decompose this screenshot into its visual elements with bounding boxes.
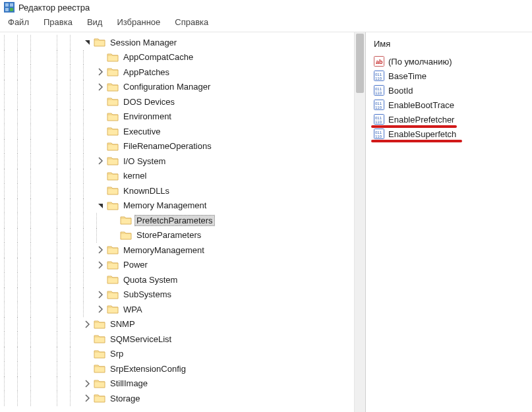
- tree-item[interactable]: Configuration Manager: [4, 80, 365, 95]
- chevron-right-icon[interactable]: [83, 394, 92, 403]
- reg-dword-icon: [374, 114, 384, 125]
- chevron-right-icon[interactable]: [83, 320, 92, 329]
- tree-item[interactable]: FileRenameOperations: [4, 139, 365, 154]
- tree-item[interactable]: Memory Management: [4, 198, 365, 214]
- folder-icon: [107, 200, 119, 211]
- tree-item[interactable]: DOS Devices: [4, 94, 365, 109]
- tree-item[interactable]: Quota System: [4, 272, 365, 287]
- tree-item[interactable]: SNMP: [4, 317, 365, 332]
- value-name: BaseTime: [388, 71, 427, 81]
- tree-item-label[interactable]: Executive: [121, 126, 162, 137]
- tree-item[interactable]: AppPatches: [4, 65, 365, 80]
- menu-help[interactable]: Справка: [172, 16, 211, 28]
- tree-item[interactable]: Srp: [4, 347, 365, 362]
- folder-icon: [107, 289, 119, 300]
- value-name: EnablePrefetcher: [388, 115, 454, 125]
- tree-item-label[interactable]: SNMP: [108, 318, 137, 330]
- tree-item[interactable]: SrpExtensionConfig: [4, 361, 365, 376]
- window-title: Редактор реестра: [18, 3, 90, 13]
- value-row[interactable]: EnableBootTrace: [370, 98, 532, 112]
- tree-item-label[interactable]: Power: [121, 259, 150, 270]
- tree-item-label[interactable]: I/O System: [121, 156, 167, 167]
- tree-item-label[interactable]: KnownDLLs: [121, 185, 171, 196]
- tree-item-label[interactable]: PrefetchParameters: [134, 215, 215, 226]
- scrollbar-thumb[interactable]: [356, 34, 364, 93]
- chevron-right-icon[interactable]: [83, 379, 92, 388]
- tree-item-label[interactable]: AppCompatCache: [121, 51, 195, 63]
- tree-item-label[interactable]: Session Manager: [108, 37, 179, 48]
- tree-item[interactable]: Session Manager: [4, 35, 365, 50]
- value-row[interactable]: BaseTime: [370, 69, 532, 83]
- tree-item-label[interactable]: StillImage: [108, 378, 150, 389]
- value-row[interactable]: EnablePrefetcher: [370, 112, 532, 127]
- menubar: Файл Правка Вид Избранное Справка: [0, 15, 532, 32]
- reg-dword-icon: [374, 71, 384, 81]
- folder-icon: [94, 349, 105, 359]
- tree-item-label[interactable]: Environment: [121, 111, 173, 122]
- value-row[interactable]: EnableSuperfetch: [370, 127, 532, 141]
- tree-item[interactable]: Environment: [4, 109, 365, 125]
- tree-item-label[interactable]: SQMServiceList: [108, 334, 173, 345]
- tree-item-label[interactable]: SubSystems: [121, 289, 173, 300]
- tree-item-label[interactable]: Storage: [108, 393, 142, 404]
- chevron-down-icon[interactable]: [96, 201, 105, 210]
- chevron-right-icon[interactable]: [96, 245, 105, 254]
- tree-item[interactable]: PrefetchParameters: [4, 213, 365, 228]
- app-icon: [4, 2, 15, 13]
- tree-item-label[interactable]: Configuration Manager: [121, 81, 212, 92]
- tree-item[interactable]: StillImage: [4, 376, 365, 392]
- folder-icon: [94, 37, 105, 47]
- chevron-right-icon[interactable]: [96, 305, 105, 314]
- chevron-right-icon[interactable]: [96, 67, 105, 76]
- value-name: EnableSuperfetch: [388, 129, 456, 139]
- chevron-right-icon[interactable]: [96, 82, 105, 92]
- folder-icon: [120, 215, 132, 225]
- value-name: BootId: [388, 86, 413, 96]
- chevron-right-icon[interactable]: [96, 290, 105, 299]
- menu-file[interactable]: Файл: [5, 16, 32, 28]
- tree-list[interactable]: Session ManagerAppCompatCacheAppPatchesC…: [0, 32, 365, 406]
- menu-edit[interactable]: Правка: [41, 16, 75, 28]
- tree-item-label[interactable]: StoreParameters: [134, 229, 203, 241]
- menu-view[interactable]: Вид: [84, 16, 105, 28]
- chevron-right-icon[interactable]: [96, 260, 105, 270]
- tree-item[interactable]: KnownDLLs: [4, 183, 365, 198]
- tree-item[interactable]: AppCompatCache: [4, 50, 365, 65]
- tree-item-label[interactable]: Quota System: [121, 274, 179, 285]
- value-row[interactable]: BootId: [370, 83, 532, 98]
- menu-favorites[interactable]: Избранное: [114, 16, 163, 28]
- content-area: Session ManagerAppCompatCacheAppPatchesC…: [0, 32, 532, 412]
- tree-item[interactable]: Power: [4, 258, 365, 273]
- value-row[interactable]: (По умолчанию): [370, 54, 532, 69]
- vertical-scrollbar[interactable]: [354, 32, 365, 412]
- tree-item-label[interactable]: AppPatches: [121, 67, 171, 78]
- tree-item[interactable]: WPA: [4, 302, 365, 317]
- tree-item[interactable]: SubSystems: [4, 287, 365, 303]
- tree-item[interactable]: SQMServiceList: [4, 332, 365, 347]
- tree-item[interactable]: Storage: [4, 391, 365, 406]
- tree-item-label[interactable]: Memory Management: [121, 200, 208, 211]
- tree-item-label[interactable]: MemoryManagement: [121, 245, 206, 256]
- folder-icon: [107, 274, 119, 285]
- folder-icon: [94, 393, 105, 403]
- tree-item-label[interactable]: DOS Devices: [121, 96, 177, 107]
- column-header-name[interactable]: Имя: [370, 36, 532, 54]
- folder-icon: [107, 185, 119, 196]
- tree-item[interactable]: I/O System: [4, 154, 365, 169]
- tree-pane: Session ManagerAppCompatCacheAppPatchesC…: [0, 32, 366, 412]
- tree-item-label[interactable]: WPA: [121, 304, 144, 315]
- tree-item[interactable]: kernel: [4, 169, 365, 184]
- chevron-right-icon[interactable]: [96, 156, 105, 165]
- folder-icon: [107, 245, 119, 255]
- tree-item-label[interactable]: SrpExtensionConfig: [108, 363, 188, 374]
- folder-icon: [107, 260, 119, 270]
- chevron-down-icon[interactable]: [83, 38, 92, 47]
- tree-item-label[interactable]: FileRenameOperations: [121, 140, 214, 152]
- tree-item[interactable]: StoreParameters: [4, 228, 365, 243]
- tree-item-label[interactable]: kernel: [121, 170, 148, 181]
- tree-item-label[interactable]: Srp: [108, 348, 125, 359]
- tree-item[interactable]: MemoryManagement: [4, 243, 365, 258]
- values-pane: Имя (По умолчанию)BaseTimeBootIdEnableBo…: [366, 32, 532, 412]
- folder-icon: [107, 304, 119, 314]
- tree-item[interactable]: Executive: [4, 124, 365, 139]
